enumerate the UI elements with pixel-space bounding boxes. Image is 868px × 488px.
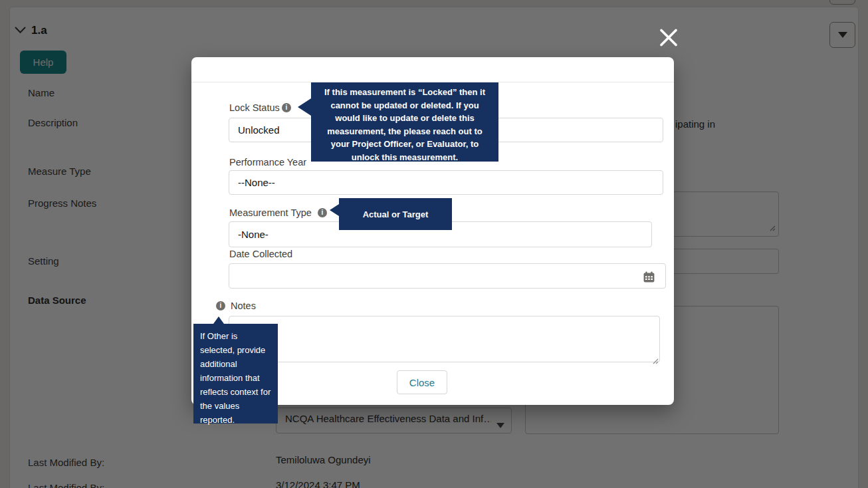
- measurement-type-tooltip-text: Actual or Target: [363, 209, 429, 219]
- notes-tooltip-text: If Other is selected, provide additional…: [200, 331, 271, 425]
- date-collected-input[interactable]: [229, 263, 666, 289]
- resize-handle-icon[interactable]: [652, 355, 659, 367]
- performance-year-input[interactable]: [229, 170, 663, 195]
- lock-status-info-icon[interactable]: i: [282, 103, 291, 112]
- notes-label: Notes: [231, 301, 256, 311]
- modal-close-x-icon[interactable]: [659, 27, 679, 51]
- notes-info-icon[interactable]: i: [216, 301, 225, 310]
- measurement-type-tooltip: Actual or Target: [339, 198, 452, 230]
- notes-tooltip: If Other is selected, provide additional…: [193, 324, 278, 424]
- tooltip-arrow-left: [330, 204, 339, 216]
- lock-status-label: Lock Status: [229, 102, 280, 113]
- date-collected-label: Date Collected: [229, 249, 292, 259]
- modal-header: [191, 57, 674, 82]
- lock-status-tooltip-text: If this measurement is “Locked” then it …: [324, 87, 485, 162]
- tooltip-arrow-up: [213, 316, 224, 324]
- measurement-type-info-icon[interactable]: i: [318, 208, 327, 217]
- measurement-modal: Lock Status i If this measurement is “Lo…: [191, 57, 674, 405]
- tooltip-arrow-left: [298, 98, 311, 116]
- close-button[interactable]: Close: [397, 370, 447, 394]
- notes-textarea[interactable]: [229, 316, 660, 362]
- lock-status-tooltip: If this measurement is “Locked” then it …: [311, 82, 498, 162]
- performance-year-label: Performance Year: [229, 157, 306, 168]
- measurement-type-label: Measurement Type: [229, 207, 312, 218]
- calendar-icon[interactable]: [643, 271, 655, 285]
